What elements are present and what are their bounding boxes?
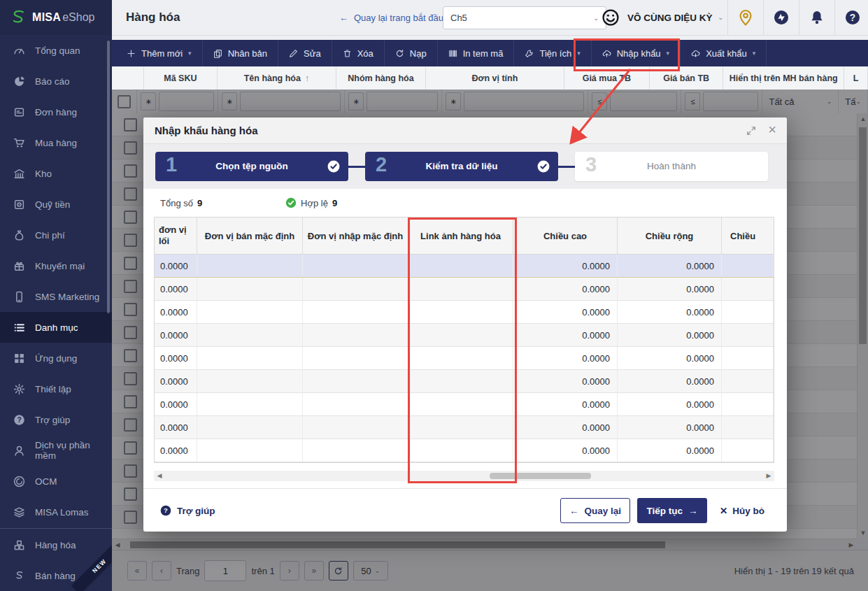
cell-don-vi-loi: 0.0000 — [155, 278, 197, 300]
sidebar-item-mua-hang[interactable]: Mua hàng — [0, 127, 112, 158]
sidebar-item-ung-dung[interactable]: Ứng dụng — [0, 343, 112, 373]
grid-column-hien-thi-mh-ban-hang[interactable]: Hiển thị trên MH bán hàng — [723, 67, 844, 90]
import-table-row[interactable]: 0.00000.00000.0000 — [155, 439, 774, 462]
toolbar-button-sua[interactable]: Sửa — [278, 40, 332, 66]
cell-chieu-partial — [722, 278, 774, 300]
app-logo[interactable]: MISA eShop — [0, 0, 112, 35]
continue-button[interactable]: Tiếp tục → — [637, 498, 707, 523]
sidebar-item-khuyen-mai[interactable]: Khuyến mại — [0, 250, 112, 281]
sidebar-item-label: Quỹ tiền — [35, 199, 70, 210]
sidebar-item-danh-muc[interactable]: Danh mục — [0, 312, 112, 343]
user-menu[interactable]: VÔ CÙNG DIỆU KỲ⌄ — [627, 0, 723, 35]
cell-don-vi-ban-mac-dinh — [197, 439, 303, 462]
apps-icon — [13, 353, 25, 364]
sidebar-item-label: Bán hàng — [35, 571, 76, 581]
toolbar-button-in-tem-ma[interactable]: In tem mã — [438, 40, 515, 66]
sidebar-item-quy-tien[interactable]: Quỹ tiền — [0, 189, 112, 220]
wizard-step-3[interactable]: 3 Hoàn thành — [575, 152, 768, 181]
import-column-chieu-rong: Chiều rộng — [618, 218, 722, 254]
cell-link-anh-hang-hoa — [408, 278, 513, 300]
cell-don-vi-loi: 0.0000 — [155, 370, 197, 392]
import-table-row[interactable]: 0.00000.00000.0000 — [155, 393, 774, 416]
grid-column-don-vi-tinh[interactable]: Đơn vị tính — [426, 67, 564, 90]
sidebar-item-label: Dịch vụ phần mềm — [35, 440, 112, 461]
toolbar-button-nap[interactable]: Nạp — [385, 40, 438, 66]
toolbar-button-them-moi[interactable]: Thêm mới ▾ — [116, 40, 203, 66]
brand-name: MISA — [32, 11, 61, 24]
sidebar-item-label: Ứng dụng — [35, 353, 77, 364]
branch-select[interactable]: Ch5⌄ — [443, 6, 606, 29]
sidebar-item-chi-phi[interactable]: Chi phí — [0, 220, 112, 250]
sidebar-item-kho[interactable]: Kho — [0, 158, 112, 189]
pencil-icon — [289, 49, 298, 58]
sidebar-item-dich-vu-phan-mem[interactable]: Dịch vụ phần mềm — [0, 435, 112, 466]
expand-icon[interactable] — [746, 126, 756, 136]
sidebar-item-misa-lomas[interactable]: MISA Lomas — [0, 497, 112, 527]
wizard-step-1[interactable]: 1 Chọn tệp nguồn — [155, 152, 348, 181]
sidebar-item-tong-quan[interactable]: Tổng quan — [0, 35, 112, 66]
toolbar-button-tien-ich[interactable]: Tiện ích ▾ — [514, 40, 591, 66]
header-cell-messenger[interactable] — [763, 0, 799, 35]
header-cell-bell[interactable] — [799, 0, 834, 35]
cancel-button[interactable]: ✕ Hủy bỏ — [714, 498, 770, 523]
grid-column-gia-mua-tb[interactable]: Giá mua TB — [564, 67, 650, 90]
import-column-chieu-partial: Chiều — [722, 218, 774, 254]
sidebar-item-sms-marketing[interactable]: SMS Marketing — [0, 281, 112, 312]
sidebar-scrollbar[interactable] — [107, 41, 110, 313]
import-table-row[interactable]: 0.00000.00000.0000 — [155, 278, 774, 301]
sidebar-item-label: SMS Marketing — [35, 292, 99, 302]
sidebar-item-label: OCM — [35, 476, 57, 487]
toolbar-button-nhan-ban[interactable]: Nhân bản — [203, 40, 278, 66]
cell-don-vi-nhap-mac-dinh — [303, 255, 408, 277]
sidebar-item-don-hang[interactable]: Đơn hàng — [0, 97, 112, 127]
wizard-step-2[interactable]: 2 Kiểm tra dữ liệu — [365, 152, 558, 181]
sidebar-item-label: Thiết lập — [35, 384, 71, 394]
caret-down-icon: ▾ — [188, 50, 192, 57]
grid-column-ma-sku[interactable]: Mã SKU — [144, 67, 218, 90]
header-cell-help[interactable]: ? — [834, 0, 868, 35]
sidebar-item-label: Danh mục — [35, 322, 78, 333]
toolbar-button-xoa[interactable]: Xóa — [332, 40, 385, 66]
scroll-left-icon[interactable]: ◀ — [154, 471, 165, 481]
cell-don-vi-loi: 0.0000 — [155, 301, 197, 323]
modal-scrollbar-thumb[interactable] — [490, 473, 591, 479]
import-table-row[interactable]: 0.00000.00000.0000 — [155, 324, 774, 347]
import-table-row[interactable]: 0.00000.00000.0000 — [155, 301, 774, 324]
header-cell-store-pin[interactable] — [727, 0, 763, 35]
import-table-row[interactable]: 0.00000.00000.0000 — [155, 416, 774, 439]
import-table-row[interactable]: 0.00000.00000.0000 — [155, 370, 774, 393]
sidebar-item-bao-cao[interactable]: Báo cáo — [0, 66, 112, 97]
sidebar-item-label: Đơn hàng — [35, 107, 77, 118]
sidebar-item-thiet-lap[interactable]: Thiết lập — [0, 373, 112, 404]
help-link[interactable]: ? Trợ giúp — [160, 489, 215, 532]
back-button[interactable]: ← Quay lại — [560, 498, 630, 523]
cell-chieu-rong: 0.0000 — [618, 439, 722, 462]
grid-column-l-partial[interactable]: L — [844, 67, 868, 90]
cell-don-vi-loi: 0.0000 — [155, 416, 197, 439]
sidebar-item-label: Kho — [35, 169, 52, 179]
sidebar-item-tro-giup[interactable]: ? Trợ giúp — [0, 404, 112, 435]
cell-chieu-rong: 0.0000 — [618, 416, 722, 439]
svg-text:?: ? — [164, 506, 168, 514]
toolbar-button-xuat-khau[interactable]: Xuất khẩu ▾ — [681, 40, 767, 66]
import-table-row[interactable]: 0.00000.00000.0000 — [155, 347, 774, 370]
close-icon[interactable]: × — [768, 122, 776, 138]
svg-text:?: ? — [17, 416, 21, 424]
brand-suffix: eShop — [62, 11, 94, 24]
sidebar-item-hang-hoa[interactable]: Hàng hóa — [0, 529, 112, 560]
validation-summary: Tổng số9 Hợp lệ9 — [143, 189, 787, 217]
grid-column-gia-ban-tb[interactable]: Giá bán TB — [650, 67, 723, 90]
cell-link-anh-hang-hoa — [408, 347, 513, 369]
import-preview-table: đơn vị lốiĐơn vị bán mặc địnhĐơn vị nhập… — [154, 217, 774, 463]
grid-column-ten-hang-hoa[interactable]: Tên hàng hóa↑ — [218, 67, 336, 90]
import-table-row[interactable]: 0.00000.00000.0000 — [155, 255, 774, 278]
grid-column-nhom-hang-hoa[interactable]: Nhóm hàng hóa — [336, 67, 426, 90]
sidebar-item-ocm[interactable]: OCM — [0, 466, 112, 497]
cell-don-vi-loi: 0.0000 — [155, 439, 197, 462]
modal-horizontal-scrollbar[interactable]: ◀ ▶ — [154, 471, 774, 481]
scroll-right-icon[interactable]: ▶ — [763, 471, 774, 481]
toolbar-button-nhap-khau[interactable]: Nhập khẩu ▾ — [592, 40, 681, 66]
sidebar-item-label: Trợ giúp — [35, 415, 70, 425]
import-column-don-vi-ban-mac-dinh: Đơn vị bán mặc định — [197, 218, 303, 254]
cell-don-vi-nhap-mac-dinh — [303, 324, 408, 346]
